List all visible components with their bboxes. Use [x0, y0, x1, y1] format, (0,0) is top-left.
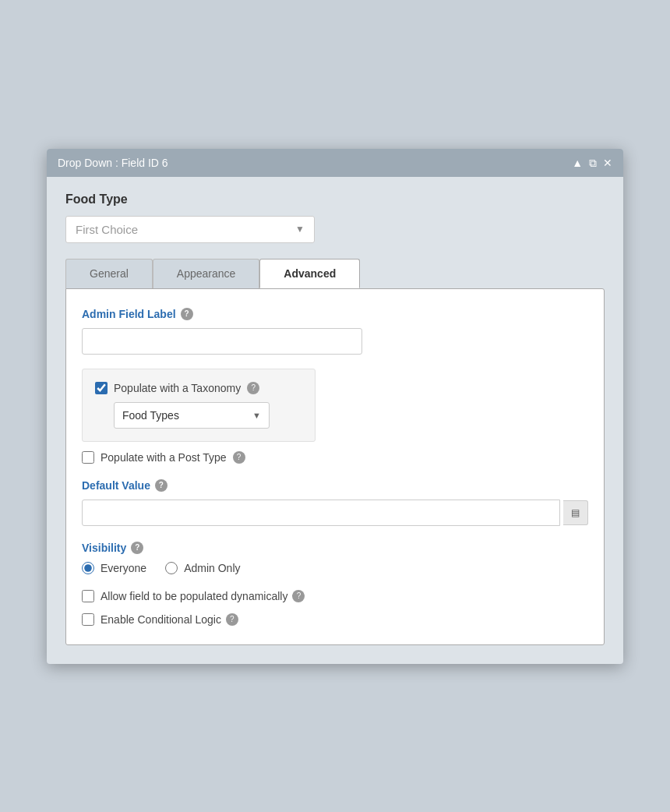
- taxonomy-dropdown[interactable]: Food Types ▼: [114, 402, 270, 429]
- extra-checkboxes: Allow field to be populated dynamically …: [82, 590, 588, 626]
- default-value-help-icon[interactable]: ?: [155, 479, 168, 492]
- visibility-section: Visibility ? Everyone Admin Only: [82, 542, 588, 574]
- populate-taxonomy-row: Populate with a Taxonomy ?: [95, 382, 302, 394]
- admin-field-label-input[interactable]: [82, 328, 362, 355]
- admin-field-label-help-icon[interactable]: ?: [181, 308, 193, 320]
- default-value-picker-button[interactable]: ▤: [563, 500, 588, 525]
- dialog-title: Drop Down : Field ID 6: [58, 157, 168, 169]
- visibility-heading: Visibility ?: [82, 542, 588, 554]
- visibility-radio-group: Everyone Admin Only: [82, 562, 588, 574]
- default-value-input[interactable]: [82, 500, 560, 526]
- dialog-body: Food Type First Choice ▼ General Appeara…: [47, 177, 623, 664]
- collapse-button[interactable]: ▲: [572, 157, 583, 168]
- field-type-label: Food Type: [65, 192, 605, 207]
- advanced-panel: Admin Field Label ? Populate with a Taxo…: [65, 288, 605, 645]
- chevron-down-icon: ▼: [295, 224, 305, 235]
- visibility-help-icon[interactable]: ?: [131, 542, 143, 554]
- taxonomy-selected: Food Types: [122, 409, 179, 422]
- populate-taxonomy-label: Populate with a Taxonomy: [114, 382, 241, 394]
- conditional-help-icon[interactable]: ?: [226, 613, 238, 626]
- populate-taxonomy-checkbox[interactable]: [95, 382, 108, 394]
- copy-button[interactable]: ⧉: [589, 157, 597, 168]
- dialog-titlebar: Drop Down : Field ID 6 ▲ ⧉ ✕: [47, 149, 623, 177]
- tab-appearance[interactable]: Appearance: [153, 259, 260, 288]
- populate-post-type-checkbox[interactable]: [82, 451, 94, 464]
- close-button[interactable]: ✕: [603, 157, 612, 168]
- taxonomy-box: Populate with a Taxonomy ? Food Types ▼: [82, 369, 316, 442]
- populate-post-type-row: Populate with a Post Type ?: [82, 451, 588, 464]
- default-value-heading: Default Value ?: [82, 479, 588, 492]
- admin-only-radio-row: Admin Only: [165, 562, 240, 574]
- dialog: Drop Down : Field ID 6 ▲ ⧉ ✕ Food Type F…: [47, 149, 623, 664]
- dynamic-populate-label: Allow field to be populated dynamically …: [100, 590, 305, 602]
- tab-general[interactable]: General: [65, 259, 153, 288]
- populate-taxonomy-help-icon[interactable]: ?: [247, 382, 259, 394]
- tab-advanced[interactable]: Advanced: [259, 259, 360, 288]
- titlebar-actions: ▲ ⧉ ✕: [572, 157, 612, 168]
- field-choice-dropdown[interactable]: First Choice ▼: [65, 216, 315, 243]
- conditional-logic-label: Enable Conditional Logic ?: [100, 613, 238, 626]
- everyone-radio-row: Everyone: [82, 562, 146, 574]
- everyone-label: Everyone: [100, 562, 146, 574]
- dynamic-populate-checkbox[interactable]: [82, 590, 94, 602]
- default-value-input-row: ▤: [82, 500, 588, 526]
- admin-field-label-heading: Admin Field Label ?: [82, 308, 588, 320]
- conditional-logic-checkbox[interactable]: [82, 613, 94, 626]
- dynamic-populate-row: Allow field to be populated dynamically …: [82, 590, 588, 602]
- admin-only-radio[interactable]: [165, 562, 178, 574]
- populate-post-type-help-icon[interactable]: ?: [233, 451, 245, 464]
- admin-only-label: Admin Only: [184, 562, 240, 574]
- dropdown-selected-value: First Choice: [76, 223, 138, 236]
- chevron-down-icon: ▼: [252, 411, 261, 420]
- default-value-section: Default Value ? ▤: [82, 479, 588, 526]
- tab-bar: General Appearance Advanced: [65, 259, 605, 288]
- populate-post-type-label: Populate with a Post Type: [100, 451, 227, 464]
- conditional-logic-row: Enable Conditional Logic ?: [82, 613, 588, 626]
- dynamic-help-icon[interactable]: ?: [292, 590, 305, 602]
- everyone-radio[interactable]: [82, 562, 94, 574]
